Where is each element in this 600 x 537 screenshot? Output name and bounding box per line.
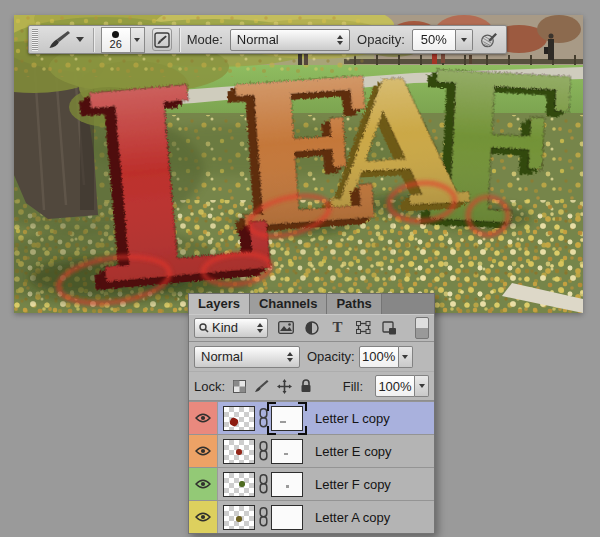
chevron-down-icon: [419, 384, 425, 388]
opacity-value: 50%: [421, 32, 447, 47]
layer-opacity-value: 100%: [362, 349, 395, 364]
layer-thumbnail[interactable]: [223, 439, 255, 464]
layers-panel: Layers Channels Paths Kind: [188, 293, 435, 534]
opacity-input[interactable]: 50%: [412, 29, 456, 51]
layer-thumbnail[interactable]: [223, 505, 255, 530]
updown-arrows-icon: [287, 352, 293, 362]
tab-layers[interactable]: Layers: [189, 294, 250, 314]
layer-opacity-dropdown-button[interactable]: [399, 346, 413, 368]
search-icon: [199, 323, 209, 333]
tab-paths[interactable]: Paths: [327, 294, 381, 314]
brush-icon: [47, 30, 71, 50]
layer-blend-mode-select[interactable]: Normal: [194, 346, 300, 368]
layer-name[interactable]: Letter A copy: [315, 510, 390, 525]
mask-content: [280, 421, 286, 423]
mode-label: Mode:: [187, 32, 223, 47]
filter-toggle-switch[interactable]: [415, 317, 429, 339]
brush-panel-icon: [154, 32, 170, 48]
layer-list: Letter L copy: [189, 401, 434, 533]
filter-kind-value: Kind: [212, 320, 238, 335]
thumbnail-content: [229, 416, 239, 426]
separator: [93, 28, 94, 52]
thumbnail-content: [236, 449, 242, 455]
updown-arrows-icon: [257, 323, 263, 333]
mask-link-icon[interactable]: [255, 501, 271, 533]
filter-pixel-layers-icon[interactable]: [277, 319, 294, 336]
filter-adjustment-layers-icon[interactable]: [303, 319, 320, 336]
document-canvas[interactable]: F F F F A A A A E E E E L L L L: [14, 15, 583, 313]
layer-blend-mode-value: Normal: [201, 349, 243, 364]
filter-type-layers-icon[interactable]: T: [329, 319, 346, 336]
filter-kind-select[interactable]: Kind: [194, 318, 268, 338]
airbrush-pressure-icon[interactable]: [480, 29, 498, 51]
eye-icon: [195, 512, 211, 522]
separator: [179, 28, 180, 52]
layer-mask-thumbnail[interactable]: [271, 472, 303, 497]
layer-mask-thumbnail[interactable]: [271, 505, 303, 530]
chevron-down-icon: [134, 38, 140, 42]
layer-thumbnail[interactable]: [223, 406, 255, 431]
layer-name[interactable]: Letter E copy: [315, 444, 392, 459]
brush-size-dropdown-button[interactable]: [131, 27, 145, 53]
layer-name[interactable]: Letter L copy: [315, 411, 390, 426]
lock-all-icon[interactable]: [300, 379, 312, 393]
lock-transparency-icon[interactable]: [233, 380, 246, 393]
chevron-down-icon: [461, 38, 467, 42]
lock-label: Lock:: [194, 379, 225, 394]
layer-fill-dropdown-button[interactable]: [415, 375, 429, 397]
svg-text:L: L: [73, 24, 282, 313]
mask-link-icon[interactable]: [255, 435, 271, 467]
filter-shape-layers-icon[interactable]: [355, 319, 372, 336]
layer-opacity-label: Opacity:: [307, 349, 355, 364]
blend-mode-value: Normal: [237, 32, 279, 47]
layer-mask-thumbnail[interactable]: [271, 406, 303, 431]
visibility-toggle[interactable]: [189, 501, 218, 533]
mask-content: [284, 453, 288, 455]
layer-row-letter-l-copy[interactable]: Letter L copy: [189, 401, 434, 434]
layer-row-letter-f-copy[interactable]: Letter F copy: [189, 467, 434, 500]
updown-arrows-icon: [337, 35, 343, 45]
layer-row-letter-e-copy[interactable]: Letter E copy: [189, 434, 434, 467]
letter-l: L L L L: [62, 24, 282, 313]
layer-name[interactable]: Letter F copy: [315, 477, 391, 492]
brush-size-preview[interactable]: 26: [101, 27, 131, 53]
eye-icon: [195, 479, 211, 489]
layer-mask-thumbnail[interactable]: [271, 439, 303, 464]
layer-filter-row: Kind T: [189, 314, 434, 342]
tab-channels[interactable]: Channels: [250, 294, 328, 314]
blend-opacity-row: Normal Opacity: 100%: [189, 342, 434, 372]
chevron-down-icon: [76, 37, 84, 42]
lock-fill-row: Lock: Fill: 100%: [189, 372, 434, 401]
eye-icon: [195, 413, 211, 423]
thumbnail-content: [239, 481, 245, 487]
lock-position-icon[interactable]: [277, 379, 292, 394]
toolbar-grip[interactable]: [32, 29, 38, 51]
mask-content: [286, 485, 289, 488]
park-photo: F F F F A A A A E E E E L L L L: [14, 15, 583, 313]
opacity-dropdown-button[interactable]: [456, 29, 473, 51]
visibility-toggle[interactable]: [189, 435, 218, 467]
toggle-brush-panel-button[interactable]: [152, 28, 172, 51]
lock-paint-icon[interactable]: [254, 379, 269, 393]
brush-tip-dot: [112, 31, 119, 38]
brush-preset-picker[interactable]: [45, 29, 86, 51]
mask-selected-frame: [267, 402, 276, 411]
brush-size-value: 26: [110, 38, 122, 51]
layer-thumbnail[interactable]: [223, 472, 255, 497]
chevron-down-icon: [402, 355, 408, 359]
thumbnail-content: [236, 516, 242, 522]
layer-row-letter-a-copy[interactable]: Letter A copy: [189, 500, 434, 533]
brush-size-widget[interactable]: 26: [101, 27, 145, 53]
visibility-toggle[interactable]: [189, 468, 218, 500]
blend-mode-select[interactable]: Normal: [230, 29, 350, 51]
mask-link-icon[interactable]: [255, 468, 271, 500]
layer-fill-value: 100%: [378, 379, 411, 394]
opacity-label: Opacity:: [357, 32, 405, 47]
brush-options-bar: 26 Mode: Normal Opacity: 50%: [28, 25, 507, 54]
layer-fill-input[interactable]: 100%: [375, 375, 415, 397]
filter-smart-objects-icon[interactable]: [381, 319, 398, 336]
layer-opacity-input[interactable]: 100%: [359, 346, 399, 368]
tabbar-filler: [382, 294, 434, 314]
visibility-toggle[interactable]: [189, 402, 218, 434]
eye-icon: [195, 446, 211, 456]
